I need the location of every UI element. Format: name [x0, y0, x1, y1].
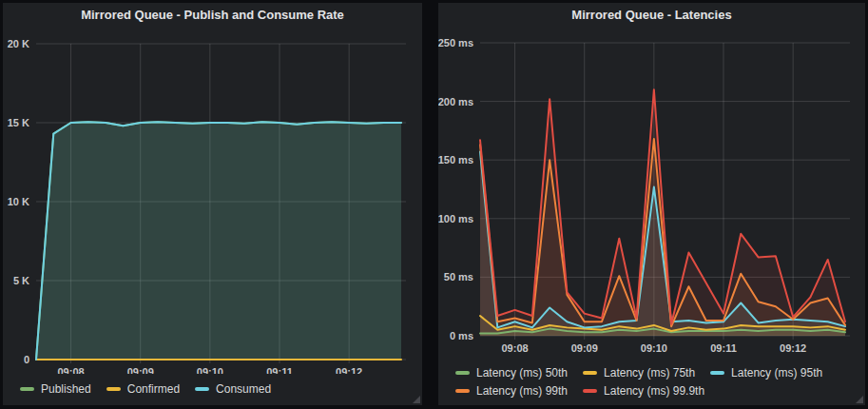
legend-item-latency-ms-99th[interactable]: Latency (ms) 99th: [455, 382, 568, 400]
panel-resize-handle[interactable]: [413, 396, 420, 403]
legend-color-dash: [583, 389, 597, 393]
svg-text:09:11: 09:11: [710, 342, 737, 354]
legend-color-dash: [20, 387, 34, 391]
panel-title[interactable]: Mirrored Queue - Latencies: [438, 3, 865, 28]
legend-color-dash: [195, 387, 209, 391]
legend-item-published[interactable]: Published: [20, 380, 91, 399]
legend-label: Published: [41, 382, 91, 396]
legend: PublishedConfirmedConsumed: [20, 380, 416, 399]
svg-text:250 ms: 250 ms: [438, 37, 473, 49]
svg-text:09:08: 09:08: [58, 366, 85, 374]
svg-text:20 K: 20 K: [8, 38, 29, 49]
legend-label: Consumed: [216, 382, 271, 396]
svg-text:09:11: 09:11: [266, 366, 293, 374]
svg-text:09:10: 09:10: [641, 342, 667, 354]
legend-color-dash: [106, 387, 121, 391]
svg-text:5 K: 5 K: [13, 275, 29, 286]
legend-item-consumed[interactable]: Consumed: [195, 380, 271, 399]
legend-item-latency-ms-50th[interactable]: Latency (ms) 50th: [455, 364, 568, 382]
legend-item-latency-ms-75th[interactable]: Latency (ms) 75th: [583, 364, 695, 382]
panel-latencies: Mirrored Queue - Latencies 0 ms50 ms100 …: [438, 3, 865, 405]
svg-text:100 ms: 100 ms: [438, 213, 473, 224]
legend-color-dash: [583, 371, 597, 375]
legend-color-dash: [710, 371, 724, 375]
legend-color-dash: [455, 371, 470, 375]
legend-label: Confirmed: [127, 382, 180, 396]
svg-text:09:09: 09:09: [127, 366, 154, 374]
legend-label: Latency (ms) 50th: [476, 366, 568, 380]
legend-label: Latency (ms) 95th: [731, 366, 822, 380]
panel-resize-handle[interactable]: [856, 396, 863, 403]
svg-text:50 ms: 50 ms: [444, 271, 473, 282]
legend-label: Latency (ms) 75th: [604, 366, 695, 380]
legend-color-dash: [455, 389, 470, 393]
legend: Latency (ms) 50thLatency (ms) 75thLatenc…: [455, 364, 859, 400]
legend-item-latency-ms-95th[interactable]: Latency (ms) 95th: [710, 364, 822, 382]
svg-text:10 K: 10 K: [8, 196, 29, 207]
legend-label: Latency (ms) 99th: [476, 384, 568, 398]
panel-publish-consume-rate: Mirrored Queue - Publish and Consume Rat…: [3, 3, 422, 405]
svg-text:200 ms: 200 ms: [438, 96, 473, 107]
svg-text:09:10: 09:10: [197, 366, 223, 374]
publish-consume-rate-chart[interactable]: 05 K10 K15 K20 K09:0809:0909:1009:1109:1…: [3, 26, 422, 374]
svg-text:09:08: 09:08: [502, 342, 529, 354]
svg-text:09:09: 09:09: [571, 342, 598, 354]
svg-text:15 K: 15 K: [8, 117, 29, 128]
svg-text:09:12: 09:12: [780, 342, 806, 354]
svg-text:150 ms: 150 ms: [438, 154, 473, 166]
legend-label: Latency (ms) 99.9th: [604, 384, 704, 398]
svg-text:0 ms: 0 ms: [450, 330, 473, 341]
legend-item-confirmed[interactable]: Confirmed: [106, 380, 180, 399]
panel-title[interactable]: Mirrored Queue - Publish and Consume Rat…: [3, 3, 422, 28]
svg-text:09:12: 09:12: [336, 366, 362, 374]
svg-text:0: 0: [24, 354, 29, 365]
latencies-chart[interactable]: 0 ms50 ms100 ms150 ms200 ms250 ms09:0809…: [438, 26, 865, 355]
legend-item-latency-ms-99.9th[interactable]: Latency (ms) 99.9th: [583, 382, 704, 400]
